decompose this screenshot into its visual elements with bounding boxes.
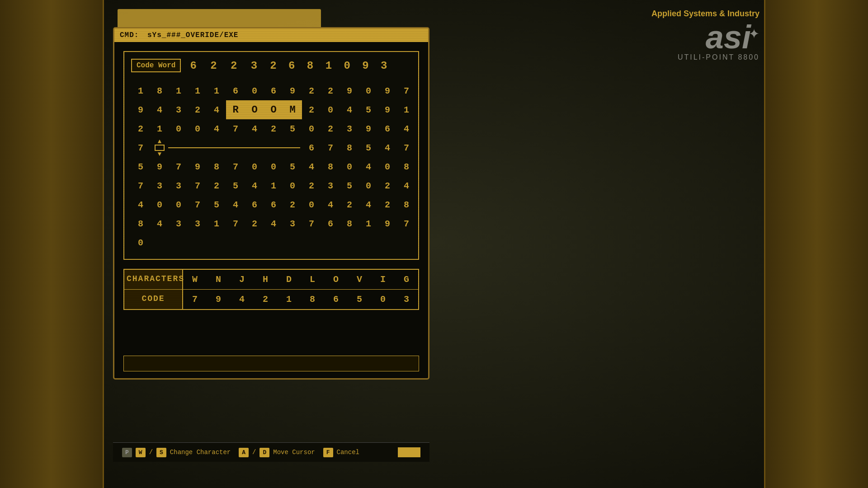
panel-right <box>764 0 868 488</box>
grid-cell: 8 <box>340 138 359 157</box>
grid-cell: 8 <box>340 214 359 233</box>
grid-cell: 2 <box>245 214 264 233</box>
grid-cell: 2 <box>302 176 321 195</box>
grid-cell: 5 <box>359 100 378 119</box>
grid-cell: 8 <box>207 157 226 176</box>
grid-cell: 2 <box>188 100 207 119</box>
grid-cell: 0 <box>302 119 321 138</box>
grid-cell: 6 <box>378 119 397 138</box>
char-cell: I <box>371 270 395 289</box>
grid-cell: 2 <box>264 119 283 138</box>
char-cell: V <box>348 270 371 289</box>
characters-row: CHARACTERS W N J H D L O V I G <box>124 270 418 290</box>
grid-cell: 4 <box>397 176 416 195</box>
grid-cell-highlighted: O <box>245 100 264 119</box>
characters-label: CHARACTERS <box>124 270 183 289</box>
grid-cell: 6 <box>264 195 283 214</box>
code-word-part2: 2 6 8 1 0 9 3 <box>270 60 390 72</box>
grid-cell: 5 <box>131 157 150 176</box>
cmd-value: sYs_###_OVERIDE/EXE <box>147 31 238 39</box>
grid-cell: 7 <box>188 176 207 195</box>
grid-cell: 2 <box>302 81 321 100</box>
code-word-row: Code Word 6 2 2 3 2 6 8 1 0 9 3 <box>131 59 411 72</box>
grid-cell: 9 <box>359 119 378 138</box>
grid-cell: 4 <box>150 214 169 233</box>
key-p[interactable]: P <box>122 448 132 457</box>
grid-cell: 5 <box>359 138 378 157</box>
grid-cell: 7 <box>226 119 245 138</box>
key-d[interactable]: D <box>259 448 269 457</box>
grid-cell: 0 <box>245 81 264 100</box>
grid-cell: 9 <box>378 214 397 233</box>
grid-cell: 4 <box>226 195 245 214</box>
code-cell: 0 <box>371 290 395 309</box>
grid-cell: 1 <box>397 100 416 119</box>
grid-cell: 1 <box>188 81 207 100</box>
grid-cell: 1 <box>150 119 169 138</box>
grid-cell: 4 <box>207 100 226 119</box>
grid-cell: 5 <box>340 176 359 195</box>
panel-left <box>0 0 104 488</box>
asi-subtitle: UTILI-POINT 8800 <box>651 53 760 61</box>
code-row: CODE 7 9 4 2 1 8 6 5 0 3 <box>124 290 418 309</box>
code-label: CODE <box>124 290 183 309</box>
grid-cell: 1 <box>207 81 226 100</box>
char-cell: D <box>277 270 301 289</box>
grid-cell: 1 <box>359 214 378 233</box>
key-f[interactable]: F <box>323 448 333 457</box>
key-a[interactable]: A <box>239 448 249 457</box>
grid-cell: 4 <box>245 176 264 195</box>
asi-logo-main: asi ✦ <box>651 21 760 53</box>
bottom-input-bar <box>123 356 419 371</box>
grid-cell: 3 <box>321 176 340 195</box>
grid-cell: 2 <box>378 195 397 214</box>
code-word-label: Code Word <box>131 59 181 72</box>
change-character-label: Change Character <box>170 449 231 456</box>
char-cell: J <box>230 270 254 289</box>
terminal: CMD: sYs_###_OVERIDE/EXE Code Word 6 2 2… <box>113 27 429 380</box>
yellow-indicator <box>398 447 420 457</box>
code-cell: 5 <box>348 290 371 309</box>
grid-cell: 7 <box>188 195 207 214</box>
grid-cell: 4 <box>131 195 150 214</box>
grid-cell: 0 <box>302 195 321 214</box>
grid-cell: 2 <box>131 119 150 138</box>
grid-cell: 6 <box>226 81 245 100</box>
char-table: CHARACTERS W N J H D L O V I G CODE 7 9 … <box>123 269 419 310</box>
grid-cell: 7 <box>226 214 245 233</box>
grid-cell-highlighted: R <box>226 100 245 119</box>
asi-star: ✦ <box>749 22 760 44</box>
grid-cell: 7 <box>131 176 150 195</box>
grid-cell-highlighted: O <box>264 100 283 119</box>
grid-cell: 0 <box>378 157 397 176</box>
grid-area: Code Word 6 2 2 3 2 6 8 1 0 9 3 1 8 1 1 … <box>123 51 419 260</box>
grid-cell: 9 <box>131 100 150 119</box>
grid-cell: 6 <box>264 81 283 100</box>
key-separator-2: / <box>252 449 256 456</box>
code-cell: 9 <box>207 290 230 309</box>
grid-cell: 5 <box>283 119 302 138</box>
code-cell: 4 <box>230 290 254 309</box>
asi-logo: Applied Systems & Industry asi ✦ UTILI-P… <box>651 9 760 61</box>
grid-cell: 0 <box>169 195 188 214</box>
key-w[interactable]: W <box>136 448 146 457</box>
grid-cell: 5 <box>226 176 245 195</box>
grid-cell: 8 <box>397 157 416 176</box>
grid-cell: 9 <box>188 157 207 176</box>
grid-cell: 4 <box>340 100 359 119</box>
grid-cell: 6 <box>245 195 264 214</box>
char-cell: N <box>207 270 230 289</box>
grid-cell: 1 <box>169 81 188 100</box>
grid-cell: 4 <box>378 138 397 157</box>
grid-cell: 3 <box>169 100 188 119</box>
key-s[interactable]: S <box>156 448 166 457</box>
grid-cell: 9 <box>378 100 397 119</box>
grid-cell: 0 <box>131 233 150 252</box>
grid-cell: 0 <box>359 81 378 100</box>
grid-cell: 6 <box>321 214 340 233</box>
move-cursor-label: Move Cursor <box>273 449 315 456</box>
grid-cell: 9 <box>378 81 397 100</box>
grid-cell: 8 <box>397 195 416 214</box>
grid-cell: 7 <box>226 157 245 176</box>
grid-cell: 3 <box>150 176 169 195</box>
